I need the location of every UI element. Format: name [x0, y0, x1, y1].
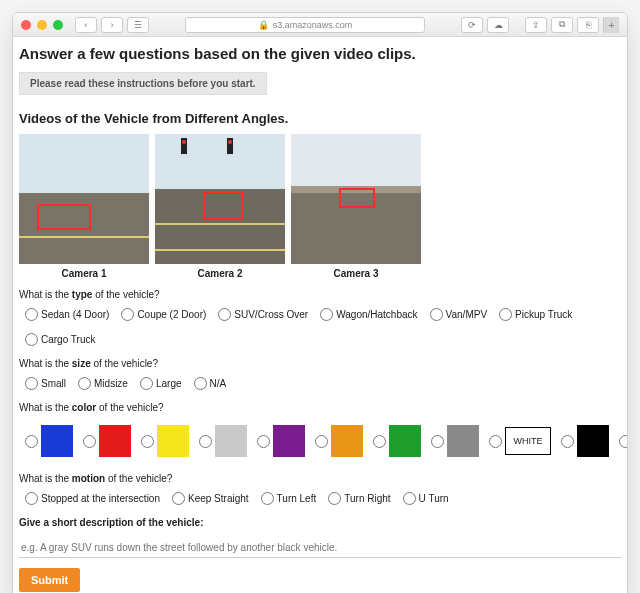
option-sedan-4-door-[interactable]: Sedan (4 Door) — [25, 308, 109, 321]
sidebar-button[interactable]: ☰ — [127, 17, 149, 33]
submit-button[interactable]: Submit — [19, 568, 80, 592]
vehicle-bbox — [37, 204, 91, 230]
radio-input[interactable] — [315, 435, 328, 448]
color-option-red[interactable] — [83, 425, 131, 457]
instructions-button[interactable]: Please read these instructions before yo… — [19, 72, 267, 95]
radio-input[interactable] — [320, 308, 333, 321]
titlebar: ‹ › ☰ 🔒 s3.amazonaws.com ⟳ ☁ ⇪ ⧉ ⎘ + — [13, 13, 627, 37]
color-option-brown[interactable] — [619, 425, 628, 457]
color-option-silver[interactable] — [199, 425, 247, 457]
type-options: Sedan (4 Door)Coupe (2 Door)SUV/Cross Ov… — [19, 304, 621, 350]
color-option-gray[interactable] — [431, 425, 479, 457]
caption-camera-2: Camera 2 — [155, 268, 285, 279]
option-suv-cross-over[interactable]: SUV/Cross Over — [218, 308, 308, 321]
color-option-blue[interactable] — [25, 425, 73, 457]
radio-input[interactable] — [373, 435, 386, 448]
radio-input[interactable] — [403, 492, 416, 505]
radio-input[interactable] — [121, 308, 134, 321]
cloud-button[interactable]: ☁ — [487, 17, 509, 33]
caption-camera-3: Camera 3 — [291, 268, 421, 279]
video-camera-1[interactable] — [19, 134, 149, 264]
browser-window: ‹ › ☰ 🔒 s3.amazonaws.com ⟳ ☁ ⇪ ⧉ ⎘ + Ans… — [12, 12, 628, 593]
color-swatch — [331, 425, 363, 457]
radio-input[interactable] — [218, 308, 231, 321]
video-camera-2[interactable] — [155, 134, 285, 264]
option-label: Turn Left — [277, 493, 317, 504]
color-option-purple[interactable] — [257, 425, 305, 457]
zoom-icon[interactable] — [53, 20, 63, 30]
radio-input[interactable] — [194, 377, 207, 390]
option-pickup-truck[interactable]: Pickup Truck — [499, 308, 572, 321]
option-coupe-2-door-[interactable]: Coupe (2 Door) — [121, 308, 206, 321]
color-option-white[interactable]: WHITE — [489, 427, 551, 455]
option-turn-right[interactable]: Turn Right — [328, 492, 390, 505]
share-button[interactable]: ⇪ — [525, 17, 547, 33]
color-swatch — [389, 425, 421, 457]
motion-options: Stopped at the intersectionKeep Straight… — [19, 488, 621, 509]
radio-input[interactable] — [489, 435, 502, 448]
minimize-icon[interactable] — [37, 20, 47, 30]
video-camera-3[interactable] — [291, 134, 421, 264]
option-van-mpv[interactable]: Van/MPV — [430, 308, 488, 321]
option-label: Keep Straight — [188, 493, 249, 504]
option-label: Wagon/Hatchback — [336, 309, 417, 320]
option-large[interactable]: Large — [140, 377, 182, 390]
option-cargo-truck[interactable]: Cargo Truck — [25, 333, 95, 346]
radio-input[interactable] — [25, 435, 38, 448]
color-option-black[interactable] — [561, 425, 609, 457]
reload-button[interactable]: ⟳ — [461, 17, 483, 33]
color-option-orange[interactable] — [315, 425, 363, 457]
vehicle-bbox — [203, 192, 243, 220]
radio-input[interactable] — [199, 435, 212, 448]
tabs-button[interactable]: ⧉ — [551, 17, 573, 33]
option-stopped-at-the-intersection[interactable]: Stopped at the intersection — [25, 492, 160, 505]
new-tab-button[interactable]: + — [603, 17, 619, 33]
radio-input[interactable] — [78, 377, 91, 390]
close-icon[interactable] — [21, 20, 31, 30]
question-type: What is the type of the vehicle? — [19, 289, 621, 300]
radio-input[interactable] — [140, 377, 153, 390]
option-u-turn[interactable]: U Turn — [403, 492, 449, 505]
option-label: Sedan (4 Door) — [41, 309, 109, 320]
option-label: Van/MPV — [446, 309, 488, 320]
option-label: Turn Right — [344, 493, 390, 504]
color-option-green[interactable] — [373, 425, 421, 457]
radio-input[interactable] — [25, 333, 38, 346]
option-small[interactable]: Small — [25, 377, 66, 390]
description-input[interactable] — [19, 538, 621, 558]
radio-input[interactable] — [619, 435, 628, 448]
radio-input[interactable] — [25, 492, 38, 505]
caption-camera-1: Camera 1 — [19, 268, 149, 279]
size-options: SmallMidsizeLargeN/A — [19, 373, 621, 394]
color-option-yellow[interactable] — [141, 425, 189, 457]
page-title: Answer a few questions based on the give… — [19, 45, 621, 62]
color-swatch — [215, 425, 247, 457]
back-button[interactable]: ‹ — [75, 17, 97, 33]
radio-input[interactable] — [261, 492, 274, 505]
address-bar[interactable]: 🔒 s3.amazonaws.com — [185, 17, 425, 33]
radio-input[interactable] — [561, 435, 574, 448]
copy-button[interactable]: ⎘ — [577, 17, 599, 33]
radio-input[interactable] — [141, 435, 154, 448]
radio-input[interactable] — [83, 435, 96, 448]
option-label: N/A — [210, 378, 227, 389]
radio-input[interactable] — [257, 435, 270, 448]
option-keep-straight[interactable]: Keep Straight — [172, 492, 249, 505]
option-wagon-hatchback[interactable]: Wagon/Hatchback — [320, 308, 417, 321]
option-midsize[interactable]: Midsize — [78, 377, 128, 390]
color-swatch-white: WHITE — [505, 427, 551, 455]
radio-input[interactable] — [25, 308, 38, 321]
radio-input[interactable] — [328, 492, 341, 505]
option-n-a[interactable]: N/A — [194, 377, 227, 390]
lock-icon: 🔒 — [258, 20, 269, 30]
option-turn-left[interactable]: Turn Left — [261, 492, 317, 505]
radio-input[interactable] — [172, 492, 185, 505]
radio-input[interactable] — [499, 308, 512, 321]
option-label: Coupe (2 Door) — [137, 309, 206, 320]
camera-captions: Camera 1 Camera 2 Camera 3 — [19, 268, 621, 279]
radio-input[interactable] — [25, 377, 38, 390]
radio-input[interactable] — [431, 435, 444, 448]
forward-button[interactable]: › — [101, 17, 123, 33]
color-swatch — [99, 425, 131, 457]
radio-input[interactable] — [430, 308, 443, 321]
